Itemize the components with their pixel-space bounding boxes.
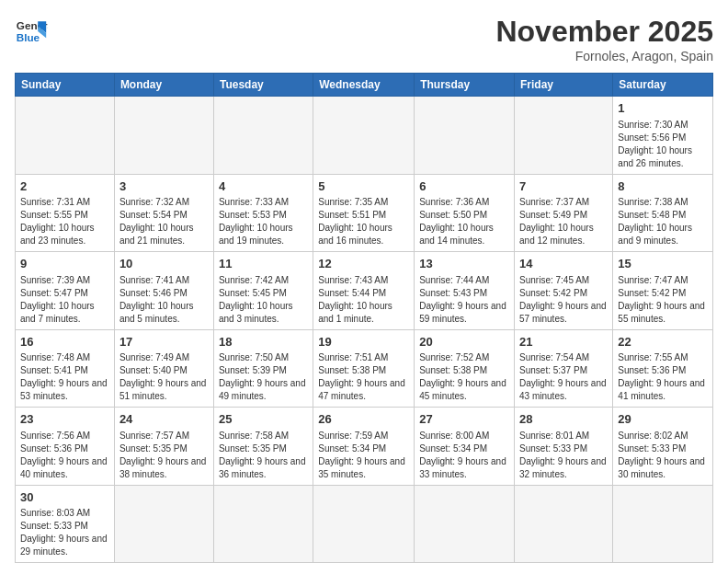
day-number: 6 bbox=[419, 178, 509, 195]
day-number: 3 bbox=[119, 178, 209, 195]
calendar-day-cell: 29Sunrise: 8:02 AM Sunset: 5:33 PM Dayli… bbox=[613, 408, 713, 486]
calendar-day-cell: 12Sunrise: 7:43 AM Sunset: 5:44 PM Dayli… bbox=[313, 252, 415, 330]
calendar-day-header: Friday bbox=[515, 74, 613, 97]
day-number: 13 bbox=[419, 256, 509, 272]
day-number: 7 bbox=[519, 178, 608, 195]
calendar-day-cell bbox=[515, 485, 613, 563]
day-info: Sunrise: 7:52 AM Sunset: 5:38 PM Dayligh… bbox=[419, 351, 509, 403]
day-info: Sunrise: 7:50 AM Sunset: 5:39 PM Dayligh… bbox=[219, 351, 308, 403]
location-subtitle: Fornoles, Aragon, Spain bbox=[495, 49, 713, 63]
day-info: Sunrise: 7:43 AM Sunset: 5:44 PM Dayligh… bbox=[318, 274, 409, 326]
day-number: 26 bbox=[318, 411, 409, 428]
day-number: 5 bbox=[318, 178, 409, 195]
day-info: Sunrise: 7:36 AM Sunset: 5:50 PM Dayligh… bbox=[419, 196, 509, 247]
calendar-day-cell: 24Sunrise: 7:57 AM Sunset: 5:35 PM Dayli… bbox=[114, 408, 213, 486]
day-number: 29 bbox=[618, 411, 708, 428]
calendar-week-row: 30Sunrise: 8:03 AM Sunset: 5:33 PM Dayli… bbox=[16, 485, 713, 563]
calendar-day-cell: 16Sunrise: 7:48 AM Sunset: 5:41 PM Dayli… bbox=[16, 329, 115, 408]
day-info: Sunrise: 8:01 AM Sunset: 5:33 PM Dayligh… bbox=[519, 430, 608, 481]
calendar-day-cell: 10Sunrise: 7:41 AM Sunset: 5:46 PM Dayli… bbox=[114, 252, 213, 330]
calendar-week-row: 1Sunrise: 7:30 AM Sunset: 5:56 PM Daylig… bbox=[16, 97, 713, 175]
day-info: Sunrise: 7:51 AM Sunset: 5:38 PM Dayligh… bbox=[318, 351, 409, 403]
calendar-day-cell bbox=[613, 485, 713, 563]
calendar-day-header: Saturday bbox=[613, 74, 713, 97]
logo-icon: General Blue bbox=[15, 15, 48, 48]
calendar-day-cell: 28Sunrise: 8:01 AM Sunset: 5:33 PM Dayli… bbox=[515, 408, 613, 486]
day-number: 23 bbox=[20, 411, 109, 428]
calendar-day-cell: 22Sunrise: 7:55 AM Sunset: 5:36 PM Dayli… bbox=[613, 329, 713, 408]
day-number: 15 bbox=[618, 256, 708, 272]
calendar-day-cell: 18Sunrise: 7:50 AM Sunset: 5:39 PM Dayli… bbox=[213, 329, 313, 408]
day-info: Sunrise: 7:37 AM Sunset: 5:49 PM Dayligh… bbox=[519, 196, 608, 247]
day-number: 2 bbox=[20, 178, 109, 195]
day-number: 18 bbox=[219, 334, 308, 350]
calendar-week-row: 2Sunrise: 7:31 AM Sunset: 5:55 PM Daylig… bbox=[16, 174, 713, 252]
day-info: Sunrise: 7:54 AM Sunset: 5:37 PM Dayligh… bbox=[519, 351, 608, 403]
calendar-day-header: Sunday bbox=[16, 74, 115, 97]
calendar-day-cell: 19Sunrise: 7:51 AM Sunset: 5:38 PM Dayli… bbox=[313, 329, 415, 408]
calendar-day-cell: 27Sunrise: 8:00 AM Sunset: 5:34 PM Dayli… bbox=[415, 408, 515, 486]
calendar-day-cell bbox=[213, 97, 313, 175]
calendar-table: SundayMondayTuesdayWednesdayThursdayFrid… bbox=[15, 73, 713, 563]
calendar-day-cell: 25Sunrise: 7:58 AM Sunset: 5:35 PM Dayli… bbox=[213, 408, 313, 486]
calendar-week-row: 23Sunrise: 7:56 AM Sunset: 5:36 PM Dayli… bbox=[16, 408, 713, 486]
calendar-day-header: Tuesday bbox=[213, 74, 313, 97]
day-info: Sunrise: 7:55 AM Sunset: 5:36 PM Dayligh… bbox=[618, 351, 708, 403]
day-number: 22 bbox=[618, 334, 708, 350]
page: General Blue November 2025 Fornoles, Ara… bbox=[0, 0, 728, 563]
day-number: 14 bbox=[519, 256, 608, 272]
calendar-week-row: 9Sunrise: 7:39 AM Sunset: 5:47 PM Daylig… bbox=[16, 252, 713, 330]
title-block: November 2025 Fornoles, Aragon, Spain bbox=[495, 15, 713, 63]
day-number: 9 bbox=[20, 256, 109, 272]
calendar-day-header: Wednesday bbox=[313, 74, 415, 97]
day-info: Sunrise: 7:49 AM Sunset: 5:40 PM Dayligh… bbox=[119, 351, 209, 403]
day-info: Sunrise: 7:41 AM Sunset: 5:46 PM Dayligh… bbox=[119, 274, 209, 326]
day-info: Sunrise: 7:42 AM Sunset: 5:45 PM Dayligh… bbox=[219, 274, 308, 326]
calendar-week-row: 16Sunrise: 7:48 AM Sunset: 5:41 PM Dayli… bbox=[16, 329, 713, 408]
logo: General Blue bbox=[15, 15, 48, 48]
calendar-day-cell: 11Sunrise: 7:42 AM Sunset: 5:45 PM Dayli… bbox=[213, 252, 313, 330]
calendar-day-cell: 26Sunrise: 7:59 AM Sunset: 5:34 PM Dayli… bbox=[313, 408, 415, 486]
day-info: Sunrise: 7:47 AM Sunset: 5:42 PM Dayligh… bbox=[618, 274, 708, 326]
calendar-day-cell bbox=[415, 97, 515, 175]
day-number: 10 bbox=[119, 256, 209, 272]
month-title: November 2025 bbox=[495, 15, 713, 49]
calendar-day-cell: 7Sunrise: 7:37 AM Sunset: 5:49 PM Daylig… bbox=[515, 174, 613, 252]
day-number: 27 bbox=[419, 411, 509, 428]
calendar-day-cell: 17Sunrise: 7:49 AM Sunset: 5:40 PM Dayli… bbox=[114, 329, 213, 408]
day-info: Sunrise: 8:00 AM Sunset: 5:34 PM Dayligh… bbox=[419, 430, 509, 481]
calendar-day-cell bbox=[213, 485, 313, 563]
day-info: Sunrise: 7:56 AM Sunset: 5:36 PM Dayligh… bbox=[20, 430, 109, 481]
calendar-day-cell: 21Sunrise: 7:54 AM Sunset: 5:37 PM Dayli… bbox=[515, 329, 613, 408]
calendar-day-cell bbox=[515, 97, 613, 175]
day-info: Sunrise: 7:32 AM Sunset: 5:54 PM Dayligh… bbox=[119, 196, 209, 247]
day-info: Sunrise: 7:39 AM Sunset: 5:47 PM Dayligh… bbox=[20, 274, 109, 326]
calendar-day-cell bbox=[114, 97, 213, 175]
day-info: Sunrise: 7:38 AM Sunset: 5:48 PM Dayligh… bbox=[618, 196, 708, 247]
day-info: Sunrise: 7:35 AM Sunset: 5:51 PM Dayligh… bbox=[318, 196, 409, 247]
day-info: Sunrise: 7:59 AM Sunset: 5:34 PM Dayligh… bbox=[318, 430, 409, 481]
calendar-day-cell bbox=[415, 485, 515, 563]
day-info: Sunrise: 7:30 AM Sunset: 5:56 PM Dayligh… bbox=[618, 119, 708, 170]
day-number: 21 bbox=[519, 334, 608, 350]
calendar-day-cell: 15Sunrise: 7:47 AM Sunset: 5:42 PM Dayli… bbox=[613, 252, 713, 330]
calendar-day-cell bbox=[313, 97, 415, 175]
day-info: Sunrise: 7:57 AM Sunset: 5:35 PM Dayligh… bbox=[119, 430, 209, 481]
calendar-day-cell: 30Sunrise: 8:03 AM Sunset: 5:33 PM Dayli… bbox=[16, 485, 115, 563]
day-info: Sunrise: 7:45 AM Sunset: 5:42 PM Dayligh… bbox=[519, 274, 608, 326]
day-number: 16 bbox=[20, 334, 109, 350]
calendar-day-cell bbox=[114, 485, 213, 563]
day-number: 20 bbox=[419, 334, 509, 350]
calendar-day-cell: 6Sunrise: 7:36 AM Sunset: 5:50 PM Daylig… bbox=[415, 174, 515, 252]
calendar-day-cell: 4Sunrise: 7:33 AM Sunset: 5:53 PM Daylig… bbox=[213, 174, 313, 252]
day-number: 24 bbox=[119, 411, 209, 428]
day-number: 11 bbox=[219, 256, 308, 272]
calendar-day-cell bbox=[313, 485, 415, 563]
day-info: Sunrise: 7:48 AM Sunset: 5:41 PM Dayligh… bbox=[20, 351, 109, 403]
day-number: 1 bbox=[618, 100, 708, 117]
calendar-day-cell: 13Sunrise: 7:44 AM Sunset: 5:43 PM Dayli… bbox=[415, 252, 515, 330]
calendar-day-cell: 9Sunrise: 7:39 AM Sunset: 5:47 PM Daylig… bbox=[16, 252, 115, 330]
day-number: 25 bbox=[219, 411, 308, 428]
day-number: 12 bbox=[318, 256, 409, 272]
calendar-day-header: Thursday bbox=[415, 74, 515, 97]
